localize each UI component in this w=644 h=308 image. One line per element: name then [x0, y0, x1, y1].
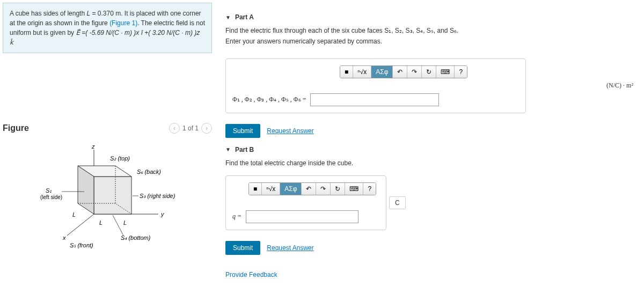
figure-prev-button[interactable]: ‹ [169, 123, 180, 134]
s5-label: S₅ (front) [70, 242, 93, 248]
figure-nav: ‹ 1 of 1 › [169, 123, 212, 134]
part-a-unit: (N/C) · m² [606, 82, 633, 90]
greek-button[interactable]: ΑΣφ [280, 183, 302, 195]
part-b-input[interactable] [246, 210, 358, 223]
flux-label: Φ₁ , Φ₂ , Φ₃ , Φ₄ , Φ₅ , Φ₆ = [232, 96, 306, 104]
L-label-3: L [123, 219, 127, 226]
s6-label: S₆ (back) [137, 168, 161, 175]
svg-line-11 [113, 215, 123, 236]
s4-label: S₄ (bottom) [121, 234, 151, 241]
answer-toolbar-a: ■ ⁿ√x ΑΣφ ↶ ↷ ↻ ⌨ ? [340, 65, 467, 78]
figure-ref-link[interactable]: (Figure 1) [109, 19, 137, 27]
problem-text: A cube has sides of length [10, 10, 86, 17]
provide-feedback-link[interactable]: Provide Feedback [225, 271, 277, 278]
problem-statement: A cube has sides of length L = 0.370 m. … [3, 3, 212, 53]
part-a-question: Find the electric flux through each of t… [225, 26, 633, 35]
axis-z-label: z [91, 144, 95, 150]
svg-line-1 [67, 214, 94, 236]
template-button[interactable]: ■ [249, 183, 262, 195]
part-a-title: Part A [235, 13, 254, 21]
length-var: L [86, 10, 90, 17]
axis-y-label: y [160, 211, 165, 217]
sqrt-button[interactable]: ⁿ√x [353, 66, 371, 78]
figure-counter: 1 of 1 [182, 124, 199, 132]
reset-button[interactable]: ↻ [422, 66, 436, 78]
s1-desc: (left side) [40, 194, 62, 200]
greek-button[interactable]: ΑΣφ [371, 66, 393, 78]
figure-next-button[interactable]: › [201, 123, 212, 134]
part-a-request-answer-link[interactable]: Request Answer [267, 127, 313, 135]
s2-label: S₂ (top) [110, 155, 130, 162]
redo-button[interactable]: ↷ [407, 66, 422, 78]
help-button[interactable]: ? [455, 66, 467, 78]
undo-button[interactable]: ↶ [393, 66, 407, 78]
keyboard-button[interactable]: ⌨ [436, 66, 455, 78]
cube-figure: y x z S₁ (left side) S₂ (top) S₆ (back) … [40, 144, 212, 253]
reset-button[interactable]: ↻ [331, 183, 345, 195]
part-b-title: Part B [235, 146, 254, 153]
part-b-question: Find the total electric charge inside th… [225, 159, 633, 168]
s3-label: S₃ (right side) [140, 193, 175, 199]
template-button[interactable]: ■ [340, 66, 353, 78]
undo-button[interactable]: ↶ [302, 183, 316, 195]
part-b-submit-button[interactable]: Submit [225, 241, 260, 255]
part-a-input[interactable] [310, 93, 439, 106]
collapse-icon: ▼ [225, 146, 231, 152]
axis-x-label: x [62, 234, 66, 241]
sqrt-button[interactable]: ⁿ√x [262, 183, 280, 195]
part-a-header[interactable]: ▼ Part A [225, 13, 633, 21]
part-b-unit: C [389, 196, 406, 209]
figure-title: Figure [3, 123, 29, 133]
svg-marker-3 [94, 177, 131, 214]
part-a-submit-button[interactable]: Submit [225, 124, 260, 138]
redo-button[interactable]: ↷ [316, 183, 331, 195]
q-label: q = [232, 212, 241, 221]
collapse-icon: ▼ [225, 14, 231, 20]
L-label-2: L [99, 219, 103, 226]
part-a-instruction: Enter your answers numerically separated… [225, 38, 633, 45]
part-b-header[interactable]: ▼ Part B [225, 146, 633, 153]
L-label-1: L [72, 211, 76, 218]
help-button[interactable]: ? [363, 183, 376, 195]
keyboard-button[interactable]: ⌨ [345, 183, 363, 195]
s1-label: S₁ [46, 187, 52, 194]
answer-toolbar-b: ■ ⁿ√x ΑΣφ ↶ ↷ ↻ ⌨ ? [248, 182, 376, 195]
part-b-request-answer-link[interactable]: Request Answer [267, 244, 313, 252]
